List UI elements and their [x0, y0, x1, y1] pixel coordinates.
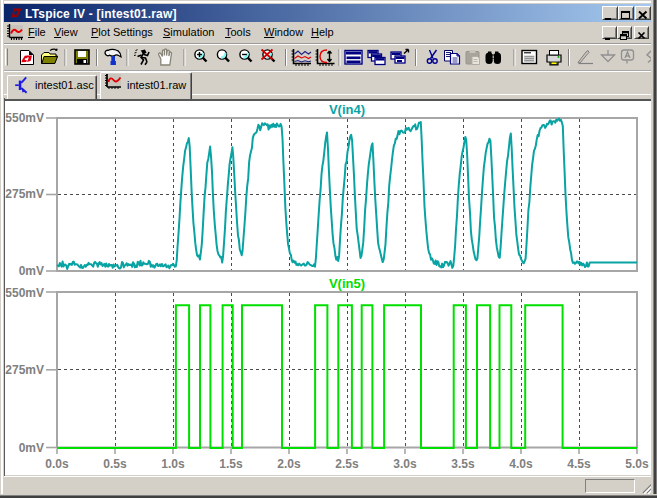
svg-text:0mV: 0mV: [19, 441, 44, 455]
svg-text:275mV: 275mV: [5, 187, 44, 201]
svg-text:0mV: 0mV: [19, 264, 44, 278]
svg-text:550mV: 550mV: [5, 286, 44, 300]
svg-text:0.5s: 0.5s: [103, 457, 127, 471]
svg-text:5.0s: 5.0s: [625, 457, 649, 471]
svg-text:2.0s: 2.0s: [277, 457, 301, 471]
svg-text:0.0s: 0.0s: [45, 457, 69, 471]
svg-text:275mV: 275mV: [5, 363, 44, 377]
svg-text:1.0s: 1.0s: [161, 457, 185, 471]
svg-text:1.5s: 1.5s: [219, 457, 243, 471]
svg-text:3.0s: 3.0s: [393, 457, 417, 471]
svg-text:V(in5): V(in5): [329, 276, 365, 291]
svg-text:2.5s: 2.5s: [335, 457, 359, 471]
svg-text:4.0s: 4.0s: [509, 457, 533, 471]
svg-text:4.5s: 4.5s: [567, 457, 591, 471]
svg-text:3.5s: 3.5s: [451, 457, 475, 471]
svg-text:V(in4): V(in4): [329, 102, 365, 117]
svg-text:550mV: 550mV: [5, 111, 44, 125]
